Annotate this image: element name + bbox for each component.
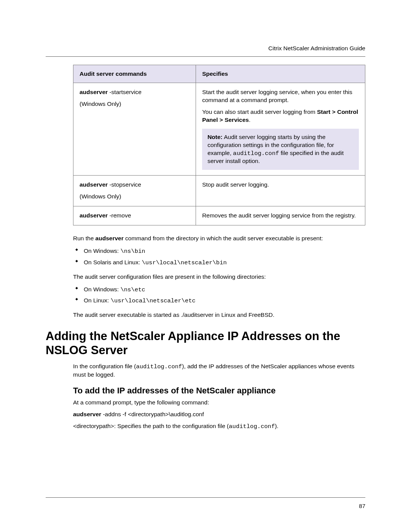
body-paragraph: <directorypath>: Specifies the path to t… — [73, 422, 365, 431]
command-name: audserver — [80, 212, 108, 219]
commands-table: Audit server commands Specifies audserve… — [73, 65, 365, 225]
header-rule — [46, 56, 365, 57]
filename-code: auditlog.conf — [136, 363, 182, 370]
page-header: Citrix NetScaler Administration Guide — [268, 45, 365, 52]
content-area: Audit server commands Specifies audserve… — [46, 45, 365, 431]
filename-code: auditlog.conf — [229, 423, 275, 430]
description-text: Stop audit server logging. — [202, 181, 359, 189]
description-text: Start the audit server logging service, … — [202, 88, 359, 104]
description-cell: Stop audit server logging. — [196, 176, 365, 206]
list-item: On Windows: \ns\etc — [73, 285, 365, 295]
path-code: \ns\bin — [120, 248, 145, 255]
footer-rule — [46, 497, 365, 498]
table-header-row: Audit server commands Specifies — [73, 65, 365, 83]
command-flag: -remove — [108, 212, 131, 219]
command-name: audserver — [80, 89, 108, 95]
table-row: audserver -startservice (Windows Only) S… — [73, 83, 365, 176]
command-flag: -stopservice — [108, 181, 141, 188]
note-box: Note: Audit server logging starts by usi… — [202, 129, 359, 170]
list-item: On Solaris and Linux: \usr\local\netscal… — [73, 258, 365, 268]
command-name: audserver — [73, 411, 101, 417]
command-name-inline: audserver — [96, 235, 124, 241]
page-number: 87 — [359, 503, 365, 509]
command-platform-note: (Windows Only) — [80, 100, 190, 108]
command-cell: audserver -startservice (Windows Only) — [73, 83, 196, 176]
subsection-heading: To add the IP addresses of the NetScaler… — [73, 386, 365, 396]
table-header-col2: Specifies — [196, 65, 365, 83]
body-paragraph: The audit server executable is started a… — [73, 311, 365, 319]
section-heading: Adding the NetScaler Appliance IP Addres… — [46, 329, 365, 357]
table-row: audserver -remove Removes the audit serv… — [73, 206, 365, 225]
body-paragraph: In the configuration file (auditlog.conf… — [73, 363, 365, 379]
description-cell: Start the audit server logging service, … — [196, 83, 365, 176]
description-text: Removes the audit server logging service… — [202, 212, 359, 220]
command-platform-note: (Windows Only) — [80, 193, 190, 201]
note-label: Note: — [207, 134, 223, 140]
path-code: \usr\local\netscaler\etc — [111, 297, 196, 304]
table-row: audserver -stopservice (Windows Only) St… — [73, 176, 365, 206]
command-flag: -startservice — [108, 89, 142, 95]
directory-list: On Windows: \ns\etc On Linux: \usr\local… — [73, 285, 365, 306]
directory-list: On Windows: \ns\bin On Solaris and Linux… — [73, 246, 365, 268]
body-paragraph: At a command prompt, type the following … — [73, 399, 365, 407]
command-args: -addns -f <directorypath>\auditlog.conf — [101, 411, 204, 417]
list-item: On Linux: \usr\local\netscaler\etc — [73, 296, 365, 306]
command-line: audserver -addns -f <directorypath>\audi… — [73, 411, 365, 419]
description-cell: Removes the audit server logging service… — [196, 206, 365, 225]
command-cell: audserver -remove — [73, 206, 196, 225]
list-item: On Windows: \ns\bin — [73, 246, 365, 256]
document-page: Citrix NetScaler Administration Guide Au… — [0, 0, 411, 532]
body-paragraph: The audit server configuration files are… — [73, 273, 365, 281]
path-code: \usr\local\netscaler\bin — [142, 259, 227, 266]
note-code: auditlog.conf — [233, 150, 279, 157]
description-text: You can also start audit server logging … — [202, 108, 359, 124]
body-paragraph: Run the audserver command from the direc… — [73, 235, 365, 243]
table-header-col1: Audit server commands — [73, 65, 196, 83]
command-cell: audserver -stopservice (Windows Only) — [73, 176, 196, 206]
path-code: \ns\etc — [120, 286, 145, 293]
command-name: audserver — [80, 181, 108, 188]
